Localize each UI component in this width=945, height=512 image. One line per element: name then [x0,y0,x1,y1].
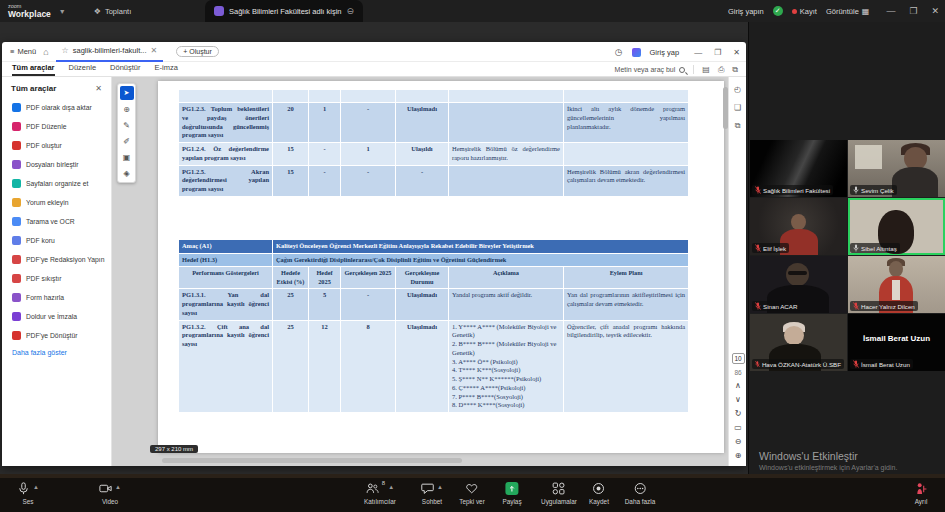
organize-pages-icon [12,179,21,188]
ai-assistant-icon[interactable] [632,48,641,57]
security-check-icon[interactable]: ✓ [773,6,783,16]
home-icon[interactable]: ⌂ [43,47,48,57]
video-button[interactable]: ▲ Video [99,482,121,505]
stamp-tool-icon[interactable]: ◈ [120,166,134,180]
view-button[interactable]: Görüntüle ▦ [826,7,870,16]
table-row [179,90,689,103]
tool-scan-ocr[interactable]: Tarama ve OCR [2,212,111,231]
next-page-icon[interactable]: ∨ [735,395,741,404]
participants-icon [366,482,379,495]
tab-convert[interactable]: Dönüştür [110,63,140,76]
participant-name-label: Hacer Yalnız Dilcen [850,301,918,311]
share-screen-button[interactable]: Paylaş [502,482,521,505]
video-tile[interactable]: Sinan ACAR [750,256,847,313]
print-icon[interactable]: ⎙ [718,65,724,75]
video-tile[interactable]: İsmail Berat Uzun İsmail Berat Uzun [848,314,945,371]
acrobat-menu-button[interactable]: ≡ Menü [10,47,36,56]
show-more-link[interactable]: Daha fazla göster [2,345,111,356]
meetings-tab[interactable]: ❖ Toplantı [94,7,131,16]
video-tile-active-speaker[interactable]: Sibel Altıntaş [848,198,945,255]
table-row: PG1.2.4. Öz değerlendirme yapılan progra… [179,143,689,166]
pen-tool-icon[interactable]: ✎ [120,118,134,132]
video-tile[interactable]: Sağlık Bilimleri Fakültesi [750,140,847,197]
audio-menu-caret[interactable]: ▲ [33,484,39,490]
acrobat-signin-button[interactable]: Giriş yap [650,48,680,57]
previous-page-icon[interactable]: ∧ [735,381,741,390]
tab-esign[interactable]: E-imza [155,63,178,76]
create-pdf-icon [12,141,21,150]
tab-close-icon[interactable]: ✕ [151,46,158,55]
attachments-icon[interactable]: ◴ [734,85,741,94]
tool-export-pdf[interactable]: PDF olarak dışa aktar [2,98,111,117]
more-button[interactable]: Daha fazla [625,482,656,505]
record-button[interactable]: Kaydet [589,482,609,505]
close-button[interactable]: ✕ [931,6,939,16]
participant-name-label: Elif İşlek [752,243,789,253]
tab-edit[interactable]: Düzenle [69,63,97,76]
video-tile[interactable]: Elif İşlek [750,198,847,255]
chat-menu-caret[interactable]: ▲ [437,484,443,490]
tool-convert-pdf[interactable]: PDF'ye Dönüştür [2,326,111,345]
minimize-button[interactable]: — [886,6,895,16]
acrobat-minimize-button[interactable]: — [694,48,702,57]
document-area: PG1.2.3. Toplum beklentileri ve paydaş ö… [112,77,728,466]
tool-combine-files[interactable]: Dosyaları birleştir [2,155,111,174]
tool-edit-pdf[interactable]: PDF Düzenle [2,117,111,136]
avatar [791,214,806,230]
zoom-in-icon[interactable]: ⊕ [735,451,742,460]
video-tile[interactable]: Sevim Çelik [848,140,945,197]
history-icon[interactable]: ◷ [615,47,623,57]
zoom-tool-icon[interactable]: ⊕ [120,102,134,116]
video-tile[interactable]: Hacer Yalnız Dilcen [848,256,945,313]
participants-menu-caret[interactable]: ▲ [388,484,394,490]
tool-add-comment[interactable]: Yorum ekleyin [2,193,111,212]
tool-fill-sign[interactable]: Doldur ve İmzala [2,307,111,326]
camera-icon [99,482,112,495]
share-document-icon[interactable]: ⧉ [732,65,738,75]
tool-organize-pages[interactable]: Sayfaları organize et [2,174,111,193]
star-icon[interactable]: ☆ [62,46,69,55]
horizontal-scrollbar[interactable] [162,458,462,463]
acrobat-close-button[interactable]: ✕ [733,48,740,57]
vertical-scrollbar[interactable] [723,87,728,129]
fit-page-icon[interactable]: ▭ [734,423,742,432]
snapshot-tool-icon[interactable]: ▣ [120,150,134,164]
avatar [784,326,804,345]
meeting-tab-close-icon[interactable]: ⊖ [347,6,355,16]
chevron-down-icon[interactable]: ▼ [59,8,66,15]
zoom-titlebar: zoom Workplace ▼ ❖ Toplantı Sağlık Bilim… [0,0,945,22]
active-meeting-tab[interactable]: Sağlık Bilimleri Fakültesi adlı kişin ⊖ [205,0,363,22]
audio-button[interactable]: ▲ Ses [17,482,39,505]
create-button[interactable]: + Oluştur [176,46,219,57]
reactions-button[interactable]: Tepki ver [459,482,485,505]
sidebar-close-icon[interactable]: ✕ [95,84,102,93]
document-tab[interactable]: ☆ saglik-bilimleri-fakult... ✕ [56,42,164,62]
thumbnails-icon[interactable]: ▤ [702,65,710,74]
leave-button[interactable]: Ayrıl [915,482,928,505]
acrobat-window: ≡ Menü ⌂ ☆ saglik-bilimleri-fakult... ✕ … [2,42,746,466]
tool-prepare-form[interactable]: Form hazırla [2,288,111,307]
tab-all-tools[interactable]: Tüm araçlar [12,63,55,76]
rotate-icon[interactable]: ↻ [735,409,742,418]
signin-link[interactable]: Giriş yapın [728,7,764,16]
select-tool-icon[interactable]: ➤ [120,86,134,100]
zoom-out-icon[interactable]: ⊖ [735,437,742,446]
participants-button[interactable]: 8 ▲ Katılımcılar [364,482,396,505]
acrobat-maximize-button[interactable]: ❐ [714,48,721,57]
apps-button[interactable]: Uygulamalar [541,482,577,505]
tool-protect-pdf[interactable]: PDF koru [2,231,111,250]
find-tool-button[interactable]: Metin veya araç bul [615,66,686,73]
tool-redact-pdf[interactable]: PDF'ye Redaksiyon Yapın [2,250,111,269]
chat-button[interactable]: ▲ Sohbet [421,482,443,505]
highlighter-tool-icon[interactable]: ✐ [120,134,134,148]
page-thumbnails-icon[interactable]: ⧉ [735,121,741,131]
recording-indicator[interactable]: Kayıt [792,7,817,16]
video-tile[interactable]: Hava ÖZKAN-Atatürk Ü.SBF [750,314,847,371]
page-number-input[interactable]: 10 [732,353,745,364]
tool-create-pdf[interactable]: PDF oluştur [2,136,111,155]
comments-panel-icon[interactable]: ❏ [734,103,741,112]
maximize-button[interactable]: ❐ [909,6,917,16]
video-menu-caret[interactable]: ▲ [115,484,121,490]
heart-icon [465,482,478,495]
tool-compress-pdf[interactable]: PDF sıkıştır [2,269,111,288]
